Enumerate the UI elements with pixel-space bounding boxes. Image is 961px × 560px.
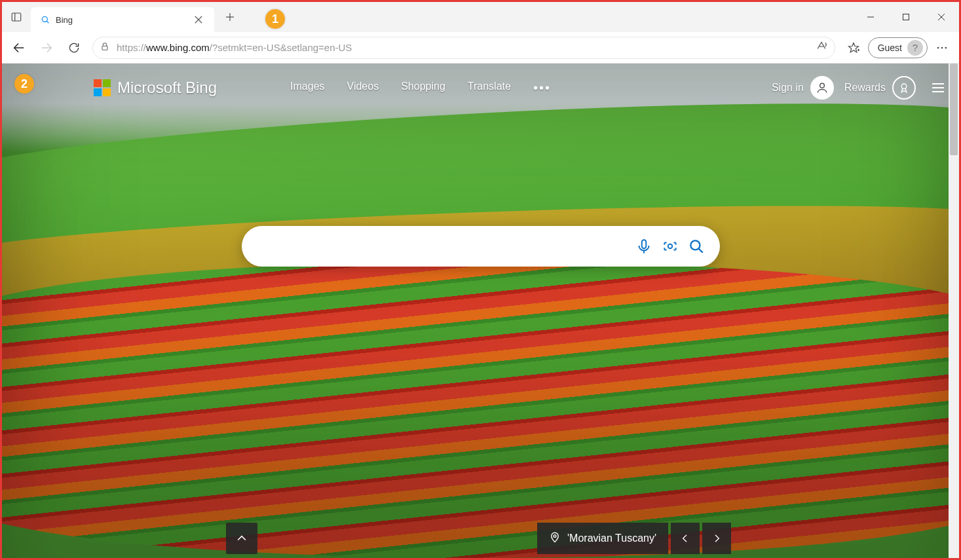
site-lock-icon[interactable]: [100, 41, 110, 54]
nav-refresh-button[interactable]: [61, 35, 87, 61]
rewards-label: Rewards: [844, 82, 886, 94]
bing-logo[interactable]: Microsoft Bing: [94, 79, 217, 97]
browser-toolbar: https://www.bing.com/?setmkt=en-US&setla…: [2, 32, 959, 64]
expand-news-button[interactable]: [226, 523, 257, 554]
svg-rect-0: [12, 13, 21, 21]
background-prev-button[interactable]: [671, 523, 700, 554]
svg-rect-27: [641, 240, 646, 248]
bing-header: Microsoft Bing Images Videos Shopping Tr…: [2, 70, 950, 105]
annotation-badge-2: 2: [14, 74, 34, 94]
nav-forward-button[interactable]: [33, 35, 60, 61]
svg-rect-9: [903, 14, 909, 20]
background-info-bar: 'Moravian Tuscany': [537, 523, 731, 554]
window-controls: [853, 4, 959, 30]
background-location-label: 'Moravian Tuscany': [567, 532, 656, 544]
new-tab-button[interactable]: [219, 7, 240, 28]
background-location-chip[interactable]: 'Moravian Tuscany': [537, 523, 668, 554]
svg-line-3: [47, 21, 48, 23]
search-box[interactable]: [242, 226, 720, 267]
svg-point-32: [554, 535, 556, 538]
window-maximize-button[interactable]: [888, 4, 924, 30]
search-submit-icon[interactable]: [683, 233, 709, 259]
user-icon: [810, 76, 834, 100]
browser-menu-button[interactable]: [929, 35, 955, 61]
tab-title: Bing: [56, 15, 185, 25]
microsoft-logo-icon: [94, 79, 111, 96]
svg-point-19: [937, 47, 939, 48]
nav-images-link[interactable]: Images: [290, 81, 324, 96]
svg-line-31: [698, 249, 702, 253]
browser-tab-active[interactable]: Bing: [31, 7, 214, 32]
signin-label: Sign in: [772, 82, 804, 94]
background-image: [2, 64, 959, 558]
vertical-scrollbar[interactable]: [949, 64, 959, 558]
favorites-button[interactable]: [840, 35, 867, 61]
svg-point-30: [690, 240, 700, 250]
nav-translate-link[interactable]: Translate: [468, 81, 511, 96]
bing-logo-text: Microsoft Bing: [117, 79, 217, 97]
guest-avatar-icon: ?: [907, 40, 923, 56]
svg-point-23: [901, 84, 907, 89]
page-content: Microsoft Bing Images Videos Shopping Tr…: [2, 64, 959, 558]
svg-point-21: [945, 47, 947, 48]
rewards-link[interactable]: Rewards: [844, 76, 916, 100]
location-pin-icon: [549, 531, 561, 546]
nav-shopping-link[interactable]: Shopping: [401, 81, 445, 96]
read-aloud-icon[interactable]: [815, 40, 828, 56]
svg-point-22: [820, 83, 825, 88]
hamburger-menu-button[interactable]: [926, 76, 950, 100]
svg-point-2: [42, 16, 47, 22]
browser-tab-strip: Bing: [2, 2, 959, 32]
nav-videos-link[interactable]: Videos: [347, 81, 379, 96]
svg-point-20: [941, 47, 943, 48]
bing-favicon-icon: [40, 14, 50, 25]
bing-primary-nav: Images Videos Shopping Translate •••: [290, 81, 551, 96]
rewards-medal-icon: [892, 76, 916, 100]
nav-more-button[interactable]: •••: [533, 81, 551, 96]
image-search-icon[interactable]: [657, 233, 683, 259]
voice-search-icon[interactable]: [631, 233, 657, 259]
profile-guest-chip[interactable]: Guest ?: [868, 37, 928, 58]
svg-point-29: [668, 244, 672, 249]
tab-actions-button[interactable]: [2, 2, 31, 32]
nav-back-button[interactable]: [6, 35, 32, 61]
window-minimize-button[interactable]: [853, 4, 888, 30]
search-input[interactable]: [260, 240, 631, 253]
annotation-badge-1: 1: [265, 9, 285, 29]
svg-marker-16: [848, 43, 858, 52]
window-close-button[interactable]: [924, 4, 959, 30]
address-bar[interactable]: https://www.bing.com/?setmkt=en-US&setla…: [92, 37, 835, 59]
profile-label: Guest: [878, 43, 902, 53]
svg-rect-14: [102, 46, 107, 50]
address-bar-url: https://www.bing.com/?setmkt=en-US&setla…: [117, 42, 352, 53]
signin-link[interactable]: Sign in: [772, 76, 834, 100]
background-next-button[interactable]: [702, 523, 731, 554]
scrollbar-thumb[interactable]: [950, 64, 958, 155]
tab-close-button[interactable]: [191, 12, 206, 28]
